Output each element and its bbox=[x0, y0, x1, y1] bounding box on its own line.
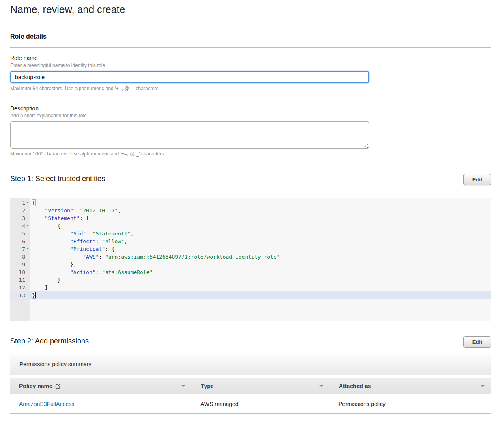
table-cell: Permissions policy bbox=[330, 401, 491, 407]
step2-heading: Step 2: Add permissions bbox=[10, 336, 89, 346]
line-number: 2 bbox=[10, 207, 30, 214]
policy-table-body: AmazonS3FullAccessAWS managedPermissions… bbox=[10, 394, 491, 414]
table-cell: AmazonS3FullAccess bbox=[10, 401, 192, 407]
text-cursor bbox=[15, 74, 15, 80]
code-line: 12 ] bbox=[10, 284, 491, 291]
permissions-panel: Permissions policy summary Policy nameTy… bbox=[10, 353, 491, 414]
filter-dropdown-icon[interactable] bbox=[181, 384, 186, 388]
description-label: Description bbox=[10, 105, 491, 112]
fold-arrow-icon[interactable]: ▾ bbox=[25, 222, 30, 230]
role-name-input[interactable] bbox=[10, 71, 369, 83]
filter-dropdown-icon[interactable] bbox=[480, 384, 485, 388]
code-line: 1▾{ bbox=[10, 199, 491, 207]
line-number: 10 bbox=[10, 268, 30, 276]
code-line: 5 "Sid": "Statement1", bbox=[10, 230, 491, 237]
code-text: "Action": "sts:AssumeRole" bbox=[30, 268, 153, 276]
code-line: 2 "Version": "2012-10-17", bbox=[10, 207, 491, 214]
column-header-policy-name[interactable]: Policy name bbox=[10, 378, 192, 394]
line-number: 4▾ bbox=[10, 222, 30, 230]
column-label: Type bbox=[201, 383, 214, 389]
role-details-section: Role details Role name Enter a meaningfu… bbox=[10, 33, 491, 157]
description-help: Add a short explanation for this role. bbox=[10, 113, 491, 119]
filter-dropdown-icon[interactable] bbox=[319, 384, 324, 388]
code-text: }, bbox=[30, 261, 77, 268]
description-textarea[interactable] bbox=[10, 121, 369, 149]
policy-name-link[interactable]: AmazonS3FullAccess bbox=[19, 401, 74, 407]
step1-heading: Step 1: Select trusted entities bbox=[10, 174, 105, 184]
code-text: { bbox=[30, 199, 35, 207]
page: Name, review, and create Role details Ro… bbox=[0, 0, 504, 414]
code-line: 7▾ "Principal": { bbox=[10, 245, 491, 253]
fold-arrow-icon[interactable]: ▾ bbox=[25, 214, 30, 222]
line-number: 9 bbox=[10, 261, 30, 268]
step1-section: Step 1: Select trusted entities Edit 1▾{… bbox=[10, 174, 491, 321]
line-number: 13 bbox=[10, 291, 30, 299]
policy-table: Policy nameTypeAttached as AmazonS3FullA… bbox=[10, 378, 491, 414]
table-cell: AWS managed bbox=[192, 401, 330, 407]
line-number: 6 bbox=[10, 237, 30, 245]
code-line: 8 "AWS": "arn:aws:iam::541263489771:role… bbox=[10, 253, 491, 261]
code-text: ] bbox=[30, 284, 48, 291]
role-name-label: Role name bbox=[10, 55, 491, 62]
description-field: Description Add a short explanation for … bbox=[10, 105, 491, 157]
trust-policy-editor[interactable]: 1▾{2 "Version": "2012-10-17",3▾ "Stateme… bbox=[10, 198, 491, 321]
code-text: "Sid": "Statement1", bbox=[30, 230, 134, 237]
external-link-icon bbox=[55, 383, 61, 389]
line-number: 8 bbox=[10, 253, 30, 261]
code-text: "Statement": [ bbox=[30, 214, 89, 222]
page-title: Name, review, and create bbox=[10, 4, 491, 15]
role-details-heading: Role details bbox=[10, 33, 491, 40]
code-line: 10 "Action": "sts:AssumeRole" bbox=[10, 268, 491, 276]
fold-arrow-icon[interactable]: ▾ bbox=[25, 245, 30, 253]
line-number: 3▾ bbox=[10, 214, 30, 222]
section-divider bbox=[10, 47, 491, 48]
permissions-panel-title: Permissions policy summary bbox=[19, 361, 91, 367]
line-number: 1▾ bbox=[10, 199, 30, 207]
role-name-help: Enter a meaningful name to identify this… bbox=[10, 63, 491, 68]
code-text: { bbox=[30, 222, 60, 230]
role-name-field: Role name Enter a meaningful name to ide… bbox=[10, 55, 491, 91]
code-line: 4▾ { bbox=[10, 222, 491, 230]
code-text: "Principal": { bbox=[30, 245, 115, 253]
editor-caret bbox=[35, 292, 36, 298]
code-line: 6 "Effect": "Allow", bbox=[10, 237, 491, 245]
edit-trusted-entities-button[interactable]: Edit bbox=[463, 174, 491, 185]
permissions-panel-header: Permissions policy summary bbox=[10, 353, 491, 375]
column-header-attached-as[interactable]: Attached as bbox=[330, 378, 491, 394]
code-text: } bbox=[30, 291, 36, 299]
column-label: Attached as bbox=[339, 383, 371, 389]
description-constraint: Maximum 1000 characters. Use alphanumeri… bbox=[10, 151, 491, 157]
code-text: "Effect": "Allow", bbox=[30, 237, 127, 245]
role-name-constraint: Maximum 64 characters. Use alphanumeric … bbox=[10, 86, 491, 91]
code-text: "AWS": "arn:aws:iam::541263489771:role/w… bbox=[30, 253, 280, 261]
table-row: AmazonS3FullAccessAWS managedPermissions… bbox=[10, 394, 491, 414]
code-line: 11 } bbox=[10, 276, 491, 284]
code-line: 9 }, bbox=[10, 261, 491, 268]
fold-arrow-icon[interactable]: ▾ bbox=[25, 199, 30, 207]
line-number: 11 bbox=[10, 276, 30, 284]
code-text: "Version": "2012-10-17", bbox=[30, 207, 121, 214]
column-label: Policy name bbox=[19, 383, 52, 389]
line-number: 5 bbox=[10, 230, 30, 237]
edit-permissions-button[interactable]: Edit bbox=[463, 336, 491, 348]
column-header-type[interactable]: Type bbox=[192, 378, 330, 394]
code-line: 13} bbox=[10, 291, 491, 299]
step2-section: Step 2: Add permissions Edit Permissions… bbox=[10, 336, 491, 414]
policy-table-header-row: Policy nameTypeAttached as bbox=[10, 378, 491, 394]
line-number: 7▾ bbox=[10, 245, 30, 253]
line-number: 12 bbox=[10, 284, 30, 291]
code-text: } bbox=[30, 276, 60, 284]
code-line: 3▾ "Statement": [ bbox=[10, 214, 491, 222]
